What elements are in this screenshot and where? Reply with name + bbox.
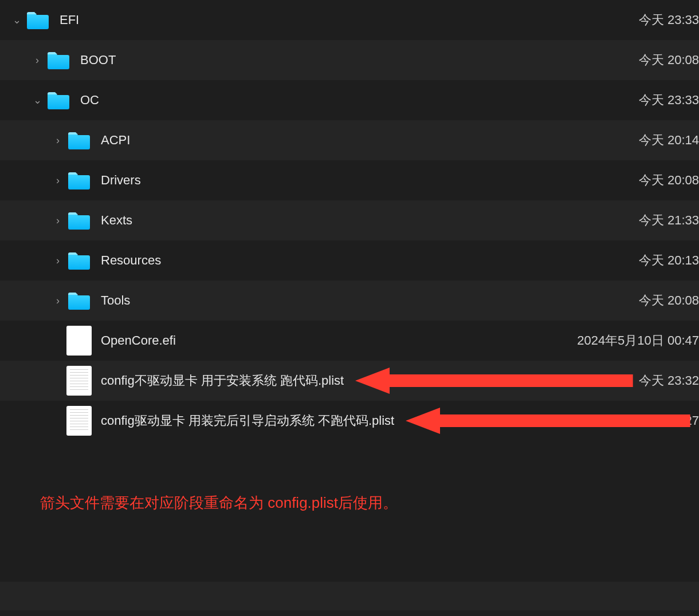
file-name: OpenCore.efi [101, 333, 577, 348]
file-row[interactable]: › Kexts今天 21:33 [0, 200, 699, 240]
file-date: 今天 20:13 [639, 252, 699, 269]
folder-icon [66, 248, 92, 273]
file-row[interactable]: config不驱动显卡 用于安装系统 跑代码.plist今天 23:32 [0, 361, 699, 401]
folder-icon [25, 7, 50, 33]
file-row[interactable]: ⌄ OC今天 23:33 [0, 80, 699, 120]
file-icon [66, 326, 92, 356]
file-name: Tools [101, 293, 639, 308]
file-date: 今天 20:14 [639, 132, 699, 149]
file-date: 2024年5月10日 00:47 [577, 332, 699, 349]
file-row[interactable]: › Resources今天 20:13 [0, 240, 699, 281]
chevron-right-icon[interactable]: › [53, 135, 63, 147]
file-name: Resources [101, 253, 639, 268]
folder-icon [46, 48, 71, 73]
plist-file-icon [66, 366, 92, 396]
folder-icon [46, 88, 71, 113]
file-name: Kexts [101, 213, 639, 228]
file-row[interactable]: ⌄ EFI今天 23:33 [0, 0, 699, 40]
file-name: EFI [60, 13, 639, 27]
caption-text: 箭头文件需要在对应阶段重命名为 config.plist后使用。 [0, 481, 699, 526]
folder-icon [66, 128, 92, 153]
file-list-panel: ⌄ EFI今天 23:33› BOOT今天 20:08⌄ OC今天 23:33›… [0, 0, 699, 616]
file-row[interactable]: › BOOT今天 20:08 [0, 40, 699, 80]
file-date: 今天 20:08 [639, 292, 699, 309]
file-name: config不驱动显卡 用于安装系统 跑代码.plist [101, 372, 639, 389]
file-date: 今天 23:33 [639, 11, 699, 29]
chevron-right-icon[interactable]: › [53, 215, 63, 227]
file-name: OC [80, 93, 639, 108]
file-name: ACPI [101, 133, 639, 148]
file-row[interactable]: › Tools今天 20:08 [0, 281, 699, 321]
file-date: 今天 21:33 [639, 212, 699, 229]
file-name: Drivers [101, 173, 639, 188]
file-name: BOOT [80, 53, 639, 68]
folder-icon [66, 168, 92, 193]
file-row[interactable]: OpenCore.efi2024年5月10日 00:47 [0, 321, 699, 361]
chevron-right-icon[interactable]: › [32, 54, 42, 66]
footer-bar [0, 582, 699, 610]
file-row[interactable]: config驱动显卡 用装完后引导启动系统 不跑代码.plist今天 23:27 [0, 401, 699, 441]
spacer [0, 441, 699, 481]
chevron-right-icon[interactable]: › [53, 255, 63, 267]
file-date: 今天 23:27 [639, 412, 699, 429]
plist-file-icon [66, 406, 92, 436]
file-row[interactable]: › ACPI今天 20:14 [0, 120, 699, 160]
chevron-right-icon[interactable]: › [53, 295, 63, 307]
folder-icon [66, 288, 92, 313]
file-date: 今天 23:32 [639, 372, 699, 389]
file-date: 今天 20:08 [639, 52, 699, 69]
rows-container: ⌄ EFI今天 23:33› BOOT今天 20:08⌄ OC今天 23:33›… [0, 0, 699, 441]
file-date: 今天 23:33 [639, 92, 699, 109]
chevron-down-icon[interactable]: ⌄ [32, 94, 42, 106]
file-row[interactable]: › Drivers今天 20:08 [0, 160, 699, 200]
chevron-down-icon[interactable]: ⌄ [11, 14, 22, 26]
file-name: config驱动显卡 用装完后引导启动系统 不跑代码.plist [101, 412, 639, 429]
file-date: 今天 20:08 [639, 172, 699, 189]
folder-icon [66, 208, 92, 233]
chevron-right-icon[interactable]: › [53, 175, 63, 187]
